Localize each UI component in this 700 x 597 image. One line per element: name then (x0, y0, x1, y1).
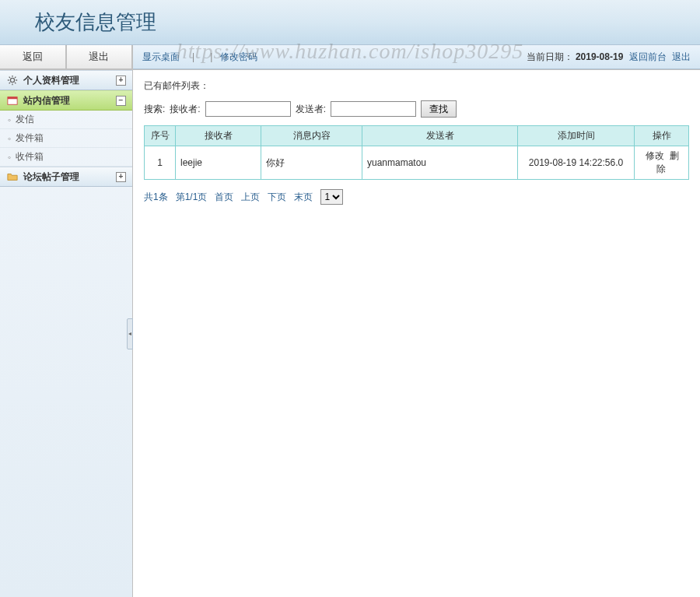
date-area: 当前日期： 2019-08-19 返回前台 退出 (527, 51, 691, 64)
cell-sender: yuanmamatou (362, 146, 518, 180)
sidebar: 个人资料管理 + 站内信管理 − 发信 发件箱 收件箱 论坛帖子管理 + ◂ (0, 70, 133, 597)
receiver-label: 接收者: (170, 103, 200, 116)
edit-link[interactable]: 修改 (646, 150, 664, 161)
toolbar-right: 显示桌面 | | 修改密码 当前日期： 2019-08-19 返回前台 退出 (133, 45, 700, 69)
pager-page: 第1/1页 (176, 191, 208, 204)
list-title: 已有邮件列表： (144, 79, 689, 93)
pager-last[interactable]: 末页 (294, 191, 313, 204)
sidebar-group-label: 站内信管理 (23, 94, 70, 107)
col-receiver: 接收者 (176, 126, 261, 146)
col-content: 消息内容 (261, 126, 362, 146)
separator: | (192, 51, 194, 62)
svg-rect-2 (8, 97, 17, 100)
separator: | (210, 51, 212, 62)
logout-button[interactable]: 退出 (66, 45, 133, 69)
pager: 共1条 第1/1页 首页 上页 下页 末页 1 (144, 189, 689, 205)
expand-icon[interactable]: + (116, 172, 126, 182)
sidebar-group-label: 个人资料管理 (23, 74, 79, 87)
body: 个人资料管理 + 站内信管理 − 发信 发件箱 收件箱 论坛帖子管理 + ◂ 已… (0, 70, 700, 597)
cell-content: 你好 (261, 146, 362, 180)
collapse-icon[interactable]: − (116, 96, 126, 106)
col-no: 序号 (145, 126, 176, 146)
gear-icon (6, 74, 19, 86)
back-button[interactable]: 返回 (0, 45, 66, 69)
content: 已有邮件列表： 搜索: 接收者: 发送者: 查找 序号 接收者 消息内容 发送者… (133, 70, 700, 597)
date-value: 2019-08-19 (576, 51, 623, 62)
col-ops: 操作 (635, 126, 689, 146)
toolbar: 返回 退出 显示桌面 | | 修改密码 当前日期： 2019-08-19 返回前… (0, 45, 700, 70)
sidebar-item-outbox[interactable]: 发件箱 (0, 129, 132, 148)
show-desktop-link[interactable]: 显示桌面 (142, 51, 180, 64)
search-button[interactable]: 查找 (421, 100, 457, 118)
pager-first[interactable]: 首页 (215, 191, 233, 204)
table-row: 1 leejie 你好 yuanmamatou 2019-08-19 14:22… (145, 146, 689, 180)
back-front-link[interactable]: 返回前台 (629, 51, 667, 62)
folder-icon (6, 170, 19, 183)
toolbar-left: 返回 退出 (0, 45, 133, 69)
cell-time: 2019-08-19 14:22:56.0 (518, 146, 635, 180)
search-row: 搜索: 接收者: 发送者: 查找 (144, 100, 689, 118)
sidebar-collapse-handle[interactable]: ◂ (127, 318, 133, 349)
table-header-row: 序号 接收者 消息内容 发送者 添加时间 操作 (145, 126, 689, 146)
cell-receiver: leejie (176, 146, 261, 180)
sidebar-group-label: 论坛帖子管理 (23, 170, 79, 184)
date-label: 当前日期： (527, 51, 573, 62)
header: 校友信息管理 (0, 0, 700, 45)
pager-select[interactable]: 1 (320, 189, 343, 205)
receiver-input[interactable] (205, 101, 291, 117)
expand-icon[interactable]: + (116, 76, 126, 86)
exit-link[interactable]: 退出 (672, 51, 691, 62)
mail-table: 序号 接收者 消息内容 发送者 添加时间 操作 1 leejie 你好 yuan… (144, 125, 689, 180)
sidebar-group-profile[interactable]: 个人资料管理 + (0, 70, 132, 90)
sidebar-item-send[interactable]: 发信 (0, 111, 132, 129)
svg-point-0 (10, 78, 14, 82)
pager-prev[interactable]: 上页 (241, 191, 260, 204)
pager-next[interactable]: 下页 (268, 191, 286, 204)
change-password-link[interactable]: 修改密码 (220, 51, 257, 64)
col-time: 添加时间 (518, 126, 635, 146)
pager-total: 共1条 (144, 191, 168, 204)
sender-label: 发送者: (296, 103, 326, 116)
sender-input[interactable] (331, 101, 416, 117)
calendar-icon (6, 94, 19, 107)
app-title: 校友信息管理 (35, 9, 156, 36)
cell-ops: 修改 删除 (635, 146, 689, 180)
sidebar-group-mail[interactable]: 站内信管理 − (0, 90, 132, 111)
col-sender: 发送者 (362, 126, 518, 146)
cell-no: 1 (145, 146, 176, 180)
search-label: 搜索: (144, 103, 165, 116)
sidebar-group-forum[interactable]: 论坛帖子管理 + (0, 167, 132, 187)
sidebar-item-inbox[interactable]: 收件箱 (0, 148, 132, 167)
